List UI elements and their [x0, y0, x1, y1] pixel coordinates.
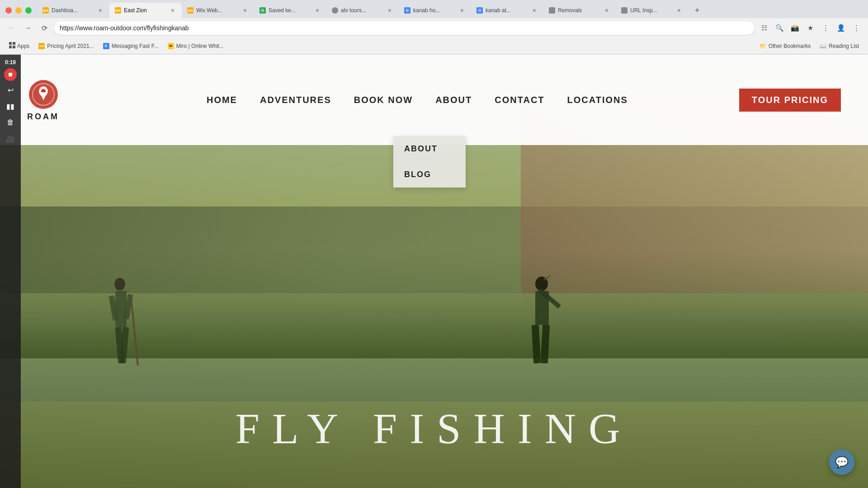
tab-favicon — [332, 7, 338, 14]
new-tab-button[interactable]: + — [690, 3, 704, 18]
browser-chrome: wx Dashboa... × wx East Zion × wx Wix We… — [0, 0, 868, 55]
browser-tab[interactable]: Removals × — [543, 3, 616, 18]
bookmark-label: Miro | Online Whit... — [176, 43, 224, 49]
traffic-lights — [0, 7, 37, 14]
recording-timer: 0:19 — [5, 58, 16, 66]
nav-book-now[interactable]: BOOK NOW — [354, 95, 413, 105]
svg-rect-2 — [9, 46, 12, 48]
tab-favicon: wx — [42, 7, 49, 14]
dropdown-about[interactable]: ABOUT — [393, 136, 466, 162]
tab-favicon — [549, 7, 555, 14]
close-window-button[interactable] — [5, 7, 12, 14]
other-bookmarks[interactable]: 📁 Other Bookmarks — [756, 42, 814, 51]
browser-tab[interactable]: URL Insp... × — [616, 3, 688, 18]
chat-widget[interactable]: 💬 — [829, 450, 854, 475]
tab-close-button[interactable]: × — [169, 6, 176, 15]
bookmark-messaging[interactable]: D Messaging Fast F... — [99, 42, 162, 51]
camera-icon[interactable]: 📸 — [788, 22, 801, 34]
search-icon[interactable]: 🔍 — [773, 22, 786, 34]
svg-rect-0 — [9, 42, 12, 45]
profile-icon[interactable]: 👤 — [835, 22, 847, 34]
address-bar-input[interactable] — [54, 21, 754, 35]
camera-record-button[interactable]: 🎥 — [3, 131, 18, 146]
page-content: FLY FISHING ROAM HOME ADVENTURES — [0, 55, 868, 488]
browser-tab[interactable]: atv tours... × — [326, 3, 399, 18]
bookmark-favicon: wx — [38, 43, 45, 49]
tab-favicon: wx — [115, 7, 121, 14]
tab-close-button[interactable]: × — [241, 6, 249, 15]
other-bookmarks-label: Other Bookmarks — [769, 43, 811, 49]
bookmark-miro[interactable]: M Miro | Online Whit... — [164, 42, 227, 51]
figure-right — [519, 276, 564, 393]
address-bar-row: ← → ⟳ ☷ 🔍 📸 ★ ⋮ 👤 ⋮ — [0, 18, 868, 38]
browser-tab[interactable]: G kanab at... × — [471, 3, 543, 18]
browser-tab[interactable]: G Saved ke... × — [254, 3, 326, 18]
bookmark-favicon: D — [103, 43, 109, 49]
reading-list-icon: 📖 — [820, 43, 826, 49]
tab-title: Saved ke... — [269, 7, 311, 14]
hero-text: FLY FISHING — [0, 404, 868, 454]
nav-contact[interactable]: CONTACT — [495, 95, 544, 105]
site-header: ROAM HOME ADVENTURES BOOK NOW ABOUT CONT… — [0, 55, 868, 145]
roam-logo-icon — [28, 79, 59, 110]
apps-label: Apps — [17, 43, 29, 49]
figure-left — [104, 275, 140, 402]
minimize-window-button[interactable] — [15, 7, 22, 14]
apps-bookmarks-item[interactable]: ​ Apps — [5, 41, 33, 51]
extensions-button[interactable]: ☷ — [758, 22, 770, 34]
browser-tab-active[interactable]: wx East Zion × — [109, 3, 182, 18]
stop-recording-button[interactable]: ■ — [4, 68, 17, 81]
more-tools-icon[interactable]: ⋮ — [819, 22, 832, 34]
dropdown-blog[interactable]: BLOG — [393, 162, 466, 188]
folder-icon: 📁 — [760, 43, 766, 49]
nav-about[interactable]: ABOUT — [435, 95, 472, 105]
tour-pricing-button[interactable]: TOUR PRICING — [739, 89, 841, 112]
browser-tab[interactable]: wx Wix Web... × — [182, 3, 254, 18]
svg-rect-16 — [541, 324, 550, 363]
svg-point-4 — [114, 278, 125, 291]
tab-close-button[interactable]: × — [386, 6, 393, 15]
back-button[interactable]: ← — [5, 22, 18, 34]
forward-button[interactable]: → — [22, 22, 34, 34]
nav-adventures[interactable]: ADVENTURES — [260, 95, 331, 105]
browser-icons: ☷ 🔍 📸 ★ ⋮ 👤 ⋮ — [758, 22, 863, 34]
svg-rect-15 — [532, 324, 541, 363]
logo-area[interactable]: ROAM — [27, 79, 59, 122]
tab-title: atv tours... — [341, 7, 383, 14]
bookmark-favicon: M — [168, 43, 174, 49]
tab-close-button[interactable]: × — [458, 6, 466, 15]
reading-list-label: Reading List — [829, 43, 859, 49]
pause-button[interactable]: ▮▮ — [3, 99, 18, 113]
tab-favicon: G — [476, 7, 483, 14]
bookmark-label: Messaging Fast F... — [112, 43, 159, 49]
tab-close-button[interactable]: × — [314, 6, 321, 15]
tab-title: Wix Web... — [196, 7, 239, 14]
tab-bar: wx Dashboa... × wx East Zion × wx Wix We… — [0, 0, 868, 18]
browser-tab[interactable]: wx Dashboa... × — [37, 3, 109, 18]
apps-grid-icon: ​ — [9, 42, 15, 50]
maximize-window-button[interactable] — [25, 7, 32, 14]
svg-line-14 — [544, 276, 564, 280]
roam-logo-text: ROAM — [27, 112, 59, 122]
reading-list[interactable]: 📖 Reading List — [816, 42, 863, 51]
bookmarks-bar: ​ Apps wx Pricing April 2021... D Messag… — [0, 38, 868, 54]
about-dropdown: ABOUT BLOG — [393, 136, 466, 188]
delete-button[interactable]: 🗑 — [3, 115, 18, 130]
tab-close-button[interactable]: × — [97, 6, 104, 15]
svg-rect-5 — [115, 291, 127, 327]
nav-locations[interactable]: LOCATIONS — [567, 95, 628, 105]
tab-favicon: wx — [187, 7, 193, 14]
tab-close-button[interactable]: × — [675, 6, 683, 15]
tab-title: Removals — [558, 7, 600, 14]
bookmark-pricing[interactable]: wx Pricing April 2021... — [35, 42, 97, 51]
star-icon[interactable]: ★ — [804, 22, 816, 34]
svg-rect-1 — [13, 42, 15, 45]
nav-home[interactable]: HOME — [207, 95, 237, 105]
undo-button[interactable]: ↩ — [3, 83, 18, 97]
tab-close-button[interactable]: × — [531, 6, 538, 15]
browser-tab[interactable]: G kanab ho... × — [399, 3, 471, 18]
tab-close-button[interactable]: × — [603, 6, 610, 15]
bookmark-label: Pricing April 2021... — [47, 43, 94, 49]
menu-button[interactable]: ⋮ — [850, 22, 863, 34]
reload-button[interactable]: ⟳ — [38, 22, 51, 34]
